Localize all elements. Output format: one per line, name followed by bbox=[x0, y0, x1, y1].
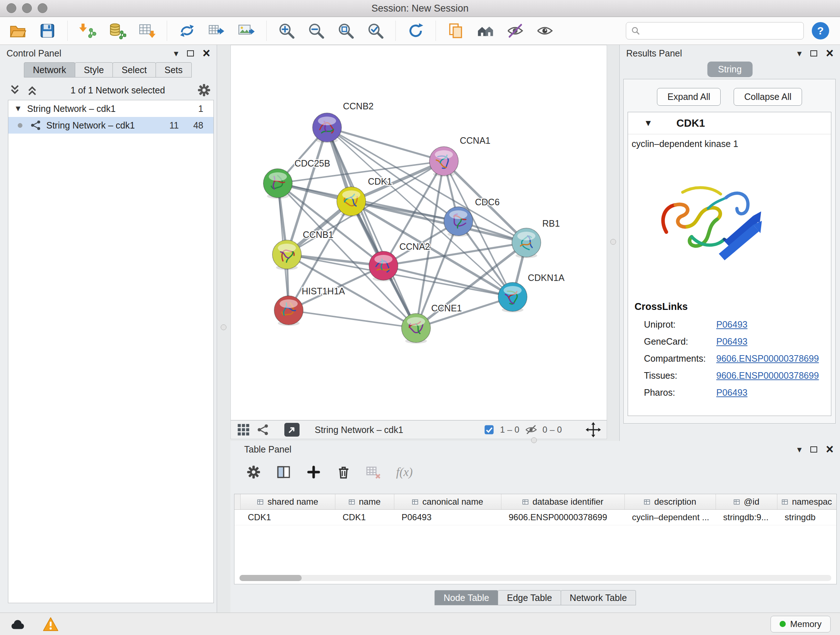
add-column-icon[interactable] bbox=[306, 465, 321, 479]
network-node-RB1[interactable]: RB1 bbox=[512, 218, 560, 258]
column-header-database-identifier[interactable]: database identifier bbox=[501, 494, 625, 509]
tab-select[interactable]: Select bbox=[112, 62, 156, 78]
crosslink-uniprot-link[interactable]: P06493 bbox=[716, 319, 747, 330]
cell-name[interactable]: CDK1 bbox=[335, 512, 394, 523]
cell-description[interactable]: cyclin–dependent ... bbox=[625, 512, 716, 523]
open-session-icon[interactable] bbox=[8, 21, 27, 41]
collapse-all-button[interactable]: Collapse All bbox=[734, 88, 802, 106]
network-canvas[interactable]: CCNB2CCNA1CDC25BCDK1CDC6RB1CCNB1CCNA2CDK… bbox=[231, 45, 607, 420]
tab-sets[interactable]: Sets bbox=[156, 62, 192, 78]
collapse-all-icon[interactable] bbox=[9, 84, 21, 96]
network-edge-CCNB2-CCNA1[interactable] bbox=[327, 127, 444, 161]
zoom-out-icon[interactable] bbox=[306, 21, 326, 41]
network-node-CDKN1A[interactable]: CDKN1A bbox=[498, 272, 565, 312]
network-graph[interactable]: CCNB2CCNA1CDC25BCDK1CDC6RB1CCNB1CCNA2CDK… bbox=[231, 45, 607, 420]
zoom-fit-icon[interactable] bbox=[336, 21, 355, 41]
selected-checkbox-icon[interactable] bbox=[483, 424, 495, 435]
memory-button[interactable]: Memory bbox=[771, 616, 831, 632]
gene-section-header[interactable]: ▼ CDK1 bbox=[628, 112, 831, 134]
tab-edge-table[interactable]: Edge Table bbox=[498, 590, 561, 605]
export-table-icon[interactable] bbox=[207, 21, 226, 41]
search-box[interactable] bbox=[626, 22, 804, 40]
function-builder-icon[interactable]: f(x) bbox=[396, 466, 413, 479]
save-session-icon[interactable] bbox=[38, 21, 57, 41]
cell-database-identifier[interactable]: 9606.ENSP00000378699 bbox=[501, 512, 625, 523]
show-columns-icon[interactable] bbox=[276, 464, 291, 480]
zoom-selected-icon[interactable] bbox=[366, 21, 385, 41]
string-results-box: Expand All Collapse All ▼ CDK1 cyclin–de… bbox=[623, 79, 836, 424]
panel-menu-icon[interactable]: ▾ bbox=[174, 49, 178, 58]
panel-menu-icon[interactable]: ▾ bbox=[797, 49, 802, 58]
column-header-id[interactable]: @id bbox=[716, 494, 777, 509]
panel-close-icon[interactable]: × bbox=[202, 49, 210, 57]
grid-view-icon[interactable] bbox=[237, 423, 250, 437]
tab-style[interactable]: Style bbox=[75, 62, 113, 78]
column-header-name[interactable]: name bbox=[335, 494, 394, 509]
results-panel-title: Results Panel bbox=[626, 48, 682, 59]
network-node-HIST1H1A[interactable]: HIST1H1A bbox=[274, 286, 345, 326]
hidden-eye-slash-icon[interactable] bbox=[524, 423, 538, 436]
network-edge-HIST1H1A-CCNE1[interactable] bbox=[289, 310, 416, 328]
network-edge-CCNB2-CCNE1[interactable] bbox=[327, 127, 416, 328]
cell-id[interactable]: stringdb:9... bbox=[716, 512, 777, 523]
import-network-database-icon[interactable] bbox=[107, 21, 127, 41]
duplicate-network-icon[interactable] bbox=[446, 21, 466, 41]
panel-close-icon[interactable]: × bbox=[826, 445, 834, 454]
show-all-icon[interactable] bbox=[535, 21, 554, 41]
expand-all-icon[interactable] bbox=[26, 84, 38, 96]
import-network-file-icon[interactable] bbox=[78, 21, 97, 41]
network-edge-CDKN1A-CCNE1[interactable] bbox=[416, 297, 513, 328]
tab-node-table[interactable]: Node Table bbox=[434, 590, 498, 605]
network-overview-icon[interactable] bbox=[257, 424, 269, 436]
warning-icon[interactable] bbox=[43, 616, 58, 632]
zoom-in-icon[interactable] bbox=[277, 21, 296, 41]
panel-float-icon[interactable] bbox=[187, 50, 194, 57]
tab-network-table[interactable]: Network Table bbox=[561, 590, 636, 605]
column-header-canonical-name[interactable]: canonical name bbox=[394, 494, 501, 509]
network-collection-row[interactable]: ▼ String Network – cdk1 1 bbox=[8, 100, 213, 117]
column-header-shared-name[interactable]: shared name bbox=[240, 494, 335, 509]
search-icon bbox=[631, 27, 640, 35]
export-image-icon[interactable] bbox=[237, 21, 256, 41]
tab-network[interactable]: Network bbox=[24, 62, 75, 78]
network-edge-CCNB2-RB1[interactable] bbox=[327, 127, 526, 242]
import-table-icon[interactable] bbox=[137, 21, 156, 41]
expand-all-button[interactable]: Expand All bbox=[657, 88, 721, 106]
panel-float-icon[interactable] bbox=[810, 50, 817, 57]
apply-layout-icon[interactable] bbox=[406, 21, 425, 41]
cell-namespace[interactable]: stringdb bbox=[777, 512, 836, 523]
pan-crosshair-icon[interactable] bbox=[586, 422, 601, 437]
table-row[interactable]: CDK1 CDK1 P06493 9606.ENSP00000378699 cy… bbox=[234, 510, 836, 525]
splitter-handle[interactable] bbox=[610, 239, 616, 245]
crosslink-tissues-link[interactable]: 9606.ENSP00000378699 bbox=[716, 371, 819, 381]
tab-string[interactable]: String bbox=[707, 62, 752, 77]
panel-menu-icon[interactable]: ▾ bbox=[797, 445, 802, 454]
panel-float-icon[interactable] bbox=[810, 447, 817, 453]
new-network-icon[interactable] bbox=[177, 21, 197, 41]
network-node-CCNA1[interactable]: CCNA1 bbox=[429, 135, 491, 177]
disclosure-triangle-icon[interactable]: ▼ bbox=[14, 104, 27, 113]
cell-canonical-name[interactable]: P06493 bbox=[394, 512, 501, 523]
hide-selected-icon[interactable] bbox=[505, 21, 525, 41]
crosslink-genecard-link[interactable]: P06493 bbox=[716, 336, 747, 347]
help-button[interactable]: ? bbox=[812, 22, 829, 40]
horizontal-scrollbar[interactable] bbox=[240, 575, 831, 581]
gear-icon[interactable] bbox=[197, 83, 211, 97]
birds-eye-view-button[interactable] bbox=[284, 423, 300, 437]
network-row-selected[interactable]: String Network – cdk1 11 48 bbox=[8, 117, 213, 134]
panel-close-icon[interactable]: × bbox=[826, 49, 834, 57]
splitter-handle[interactable] bbox=[221, 325, 226, 330]
cloud-icon[interactable] bbox=[9, 616, 26, 632]
delete-column-icon[interactable] bbox=[336, 465, 351, 479]
disclosure-triangle-icon[interactable]: ▼ bbox=[644, 118, 653, 128]
show-neighborhood-icon[interactable] bbox=[476, 21, 495, 41]
crosslink-compartments-link[interactable]: 9606.ENSP00000378699 bbox=[716, 353, 819, 364]
column-header-namespace[interactable]: namespac bbox=[777, 494, 836, 509]
column-header-description[interactable]: description bbox=[625, 494, 716, 509]
table-gear-icon[interactable] bbox=[246, 465, 261, 479]
search-input[interactable] bbox=[644, 25, 798, 36]
cell-shared-name[interactable]: CDK1 bbox=[240, 512, 335, 523]
splitter-handle[interactable] bbox=[531, 437, 537, 443]
crosslink-pharos-link[interactable]: P06493 bbox=[716, 387, 747, 398]
scrollbar-thumb[interactable] bbox=[240, 575, 302, 581]
